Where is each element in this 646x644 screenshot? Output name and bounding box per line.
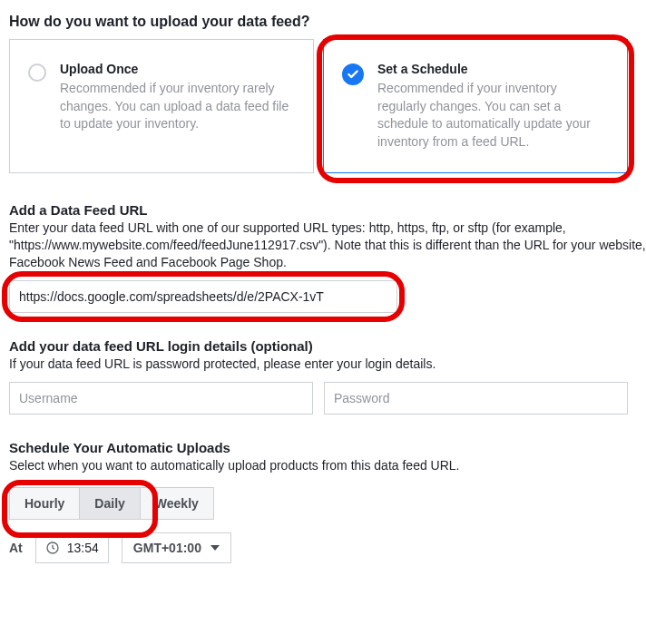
timezone-value: GMT+01:00	[133, 541, 201, 555]
password-input[interactable]	[324, 382, 628, 415]
feed-url-desc: Enter your data feed URL with one of our…	[9, 220, 646, 271]
timezone-picker[interactable]: GMT+01:00	[122, 532, 231, 563]
schedule-title: Schedule Your Automatic Uploads	[9, 440, 646, 455]
radio-unchecked-icon	[28, 63, 46, 82]
chevron-down-icon	[210, 545, 220, 551]
option-once-title: Upload Once	[60, 62, 295, 76]
time-row: At 13:54 GMT+01:00	[9, 532, 646, 563]
upload-options-row: Upload Once Recommended if your inventor…	[9, 39, 646, 173]
option-set-schedule[interactable]: Set a Schedule Recommended if your inven…	[323, 39, 628, 173]
login-desc: If your data feed URL is password protec…	[9, 356, 646, 373]
option-upload-once[interactable]: Upload Once Recommended if your inventor…	[9, 39, 314, 173]
option-once-desc: Recommended if your inventory rarely cha…	[60, 80, 295, 133]
freq-weekly-button[interactable]: Weekly	[141, 487, 214, 520]
login-section: Add your data feed URL login details (op…	[9, 338, 646, 415]
time-value: 13:54	[67, 541, 99, 555]
frequency-buttons: Hourly Daily Weekly	[9, 487, 646, 520]
feed-url-title: Add a Data Feed URL	[9, 202, 646, 218]
schedule-section: Schedule Your Automatic Uploads Select w…	[9, 440, 646, 563]
login-title: Add your data feed URL login details (op…	[9, 338, 646, 354]
freq-daily-button[interactable]: Daily	[80, 487, 140, 520]
schedule-desc: Select when you want to automatically up…	[9, 457, 646, 474]
option-schedule-title: Set a Schedule	[377, 62, 609, 76]
page-heading: How do you want to upload your data feed…	[9, 14, 646, 30]
feed-url-input[interactable]	[9, 280, 397, 313]
at-label: At	[9, 541, 23, 555]
username-input[interactable]	[9, 382, 313, 415]
freq-hourly-button[interactable]: Hourly	[9, 487, 80, 520]
option-schedule-desc: Recommended if your inventory regularly …	[377, 80, 609, 151]
time-picker[interactable]: 13:54	[35, 532, 109, 563]
feed-url-section: Add a Data Feed URL Enter your data feed…	[9, 202, 646, 313]
radio-checked-icon	[342, 63, 364, 85]
clock-icon	[45, 541, 60, 555]
